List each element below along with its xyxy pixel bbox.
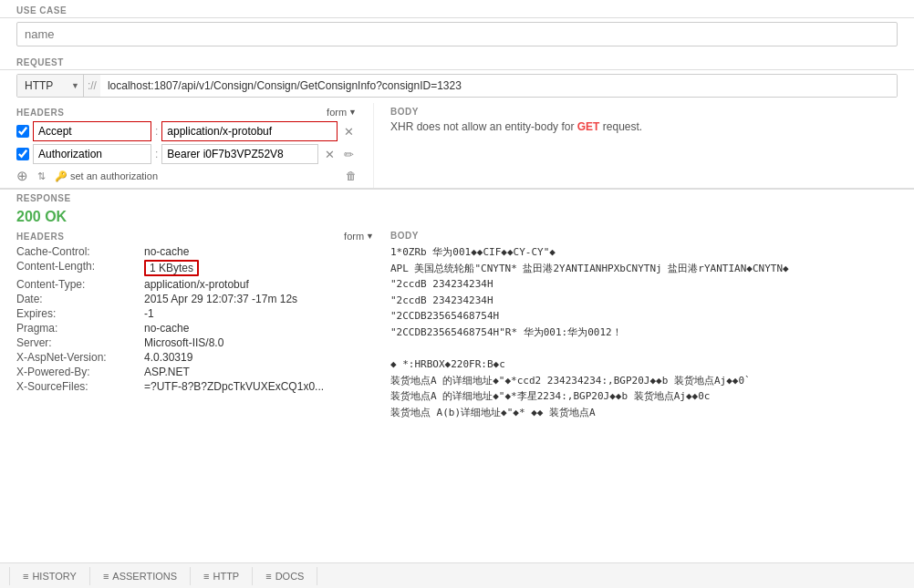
header-accept-value[interactable] xyxy=(161,121,338,141)
header-auth-key[interactable] xyxy=(33,144,151,164)
bottom-tab-icon: ≡ xyxy=(23,571,28,582)
bottom-tab-icon: ≡ xyxy=(203,571,209,582)
resp-headers-label: HEADERS xyxy=(16,232,64,242)
sort-icon[interactable]: ⇅ xyxy=(37,170,46,182)
resp-form-text: form xyxy=(344,231,364,242)
resp-header-key: X-SourceFiles: xyxy=(16,380,144,393)
bottom-tab-icon: ≡ xyxy=(103,571,109,582)
resp-header-row: Content-Length:1 KBytes xyxy=(16,260,374,276)
form-link[interactable]: form ▼ xyxy=(327,107,357,118)
resp-header-row: X-AspNet-Version:4.0.30319 xyxy=(16,351,374,364)
response-header-list: Cache-Control:no-cacheContent-Length:1 K… xyxy=(16,245,374,393)
header-row-accept: : ✕ xyxy=(16,121,357,141)
body-line: "2ccdB 234234234H xyxy=(390,293,898,309)
resp-headers-top: HEADERS form ▼ xyxy=(16,231,374,242)
response-body-right: BODY 1*0ZRb 华为001◆◆CIF◆◆CY-CY"◆APL 美国总统轮… xyxy=(390,231,898,421)
body-line: APL 美国总统轮船"CNYTN* 盐田港2YANTIANHPXbCNYTNj … xyxy=(390,261,898,277)
resp-form-arrow-icon: ▼ xyxy=(366,232,374,241)
use-case-section xyxy=(0,18,914,52)
body-line: ◆ *:HRBOX◆220FR:B◆c xyxy=(390,356,898,373)
body-xhr-text: XHR does not allow an entity-body for xyxy=(390,120,577,133)
resp-header-key: Content-Type: xyxy=(16,278,144,291)
resp-form-link[interactable]: form ▼ xyxy=(344,231,374,242)
use-case-input[interactable] xyxy=(16,22,898,46)
body-text: XHR does not allow an entity-body for GE… xyxy=(390,120,898,133)
url-input[interactable] xyxy=(100,75,897,97)
resp-header-value: 2015 Apr 29 12:07:37 -17m 12s xyxy=(144,293,297,305)
method-select[interactable]: HTTP GET POST PUT DELETE xyxy=(23,75,69,97)
bottom-tab-label: HISTORY xyxy=(32,571,77,582)
resp-header-value: no-cache xyxy=(144,322,189,335)
header-auth-value[interactable] xyxy=(161,144,318,164)
resp-header-key: Date: xyxy=(16,293,144,305)
header-row-authorization: : ✕ ✏ xyxy=(16,144,357,164)
resp-header-value: 1 KBytes xyxy=(144,260,199,276)
resp-header-row: X-SourceFiles:=?UTF-8?B?ZDpcTkVUXExCQ1x0… xyxy=(16,380,374,393)
resp-header-value: application/x-protobuf xyxy=(144,278,249,291)
header-auth-delete-btn[interactable]: ✕ xyxy=(322,147,338,162)
bottom-tabs: ≡HISTORY≡ASSERTIONS≡HTTP≡DOCS xyxy=(0,562,914,588)
request-section: HTTP GET POST PUT DELETE ▼ :// xyxy=(0,70,914,103)
key-icon: 🔑 xyxy=(55,170,68,182)
bottom-tab-history[interactable]: ≡HISTORY xyxy=(9,567,90,585)
headers-body-section: HEADERS form ▼ : ✕ : ✕ ✏ ⊕ ⇅ xyxy=(0,103,914,188)
resp-header-row: Expires:-1 xyxy=(16,307,374,320)
resp-header-key: X-Powered-By: xyxy=(16,366,144,378)
body-line: 1*0ZRb 华为001◆◆CIF◆◆CY-CY"◆ xyxy=(390,244,898,261)
set-auth-text: set an authorization xyxy=(70,170,158,181)
body-line: 装货地点A 的详细地址◆"◆*李星2234:,BGP20J◆◆b 装货地点Aj◆… xyxy=(390,388,898,405)
bottom-tab-http[interactable]: ≡HTTP xyxy=(191,567,253,585)
headers-left: HEADERS form ▼ : ✕ : ✕ ✏ ⊕ ⇅ xyxy=(0,103,374,188)
header-accept-delete-btn[interactable]: ✕ xyxy=(341,124,357,139)
response-headers: HEADERS form ▼ Cache-Control:no-cacheCon… xyxy=(16,231,390,421)
body-line: 装货地点 A(b)详细地址◆"◆* ◆◆ 装货地点A xyxy=(390,405,898,421)
body-line: 装货地点A 的详细地址◆"◆*ccd2 234234234:,BGP20J◆◆b… xyxy=(390,373,898,389)
form-arrow-icon: ▼ xyxy=(348,108,357,117)
response-label: RESPONSE xyxy=(16,193,898,205)
header-auth-checkbox[interactable] xyxy=(16,148,29,160)
colon-2: : xyxy=(155,148,158,160)
use-case-label: USE CASE xyxy=(0,0,914,17)
resp-header-value: 4.0.30319 xyxy=(144,351,192,364)
resp-header-row: Date:2015 Apr 29 12:07:37 -17m 12s xyxy=(16,293,374,305)
response-body: HEADERS form ▼ Cache-Control:no-cacheCon… xyxy=(16,231,898,421)
resp-header-key: Expires: xyxy=(16,307,144,320)
trash-icon[interactable]: 🗑 xyxy=(346,170,357,182)
method-select-wrap: HTTP GET POST PUT DELETE ▼ xyxy=(17,75,84,97)
body-line: "2ccdB 234234234H xyxy=(390,276,898,293)
bottom-tab-label: HTTP xyxy=(213,571,239,582)
add-header-plus-icon[interactable]: ⊕ xyxy=(16,168,28,184)
body-line xyxy=(390,341,898,357)
header-accept-key[interactable] xyxy=(33,121,151,141)
resp-header-row: X-Powered-By:ASP.NET xyxy=(16,366,374,378)
resp-header-row: Content-Type:application/x-protobuf xyxy=(16,278,374,291)
resp-header-value: =?UTF-8?B?ZDpcTkVUXExCQ1x0... xyxy=(144,380,324,393)
response-status: 200 OK xyxy=(16,205,898,231)
body-line: "2CCDB23565468754H"R* 华为001:华为0012！ xyxy=(390,325,898,341)
bottom-tab-icon: ≡ xyxy=(265,571,271,582)
headers-label: HEADERS xyxy=(16,108,64,118)
form-link-text: form xyxy=(327,107,347,118)
bottom-tab-assertions[interactable]: ≡ASSERTIONS xyxy=(90,567,191,585)
bottom-tab-label: DOCS xyxy=(275,571,305,582)
resp-header-value: ASP.NET xyxy=(144,366,190,378)
headers-top-row: HEADERS form ▼ xyxy=(16,107,357,118)
resp-header-key: Content-Length: xyxy=(16,260,144,276)
resp-header-key: Server: xyxy=(16,336,144,349)
add-header-row: ⊕ ⇅ 🔑 set an authorization 🗑 xyxy=(16,168,357,184)
bottom-tab-docs[interactable]: ≡DOCS xyxy=(253,567,317,585)
resp-header-key: Cache-Control: xyxy=(16,245,144,258)
resp-header-row: Server:Microsoft-IIS/8.0 xyxy=(16,336,374,349)
colon-1: : xyxy=(155,125,158,138)
resp-header-value: -1 xyxy=(144,307,154,320)
resp-header-key: Pragma: xyxy=(16,322,144,335)
bottom-tab-label: ASSERTIONS xyxy=(112,571,177,582)
resp-header-row: Cache-Control:no-cache xyxy=(16,245,374,258)
set-auth-link[interactable]: 🔑 set an authorization xyxy=(55,170,158,182)
body-get-method: GET xyxy=(577,120,600,133)
header-accept-checkbox[interactable] xyxy=(16,125,29,138)
resp-header-value: Microsoft-IIS/8.0 xyxy=(144,336,223,349)
header-auth-edit-btn[interactable]: ✏ xyxy=(341,147,357,162)
body-label: BODY xyxy=(390,107,898,117)
request-label: REQUEST xyxy=(0,52,914,69)
